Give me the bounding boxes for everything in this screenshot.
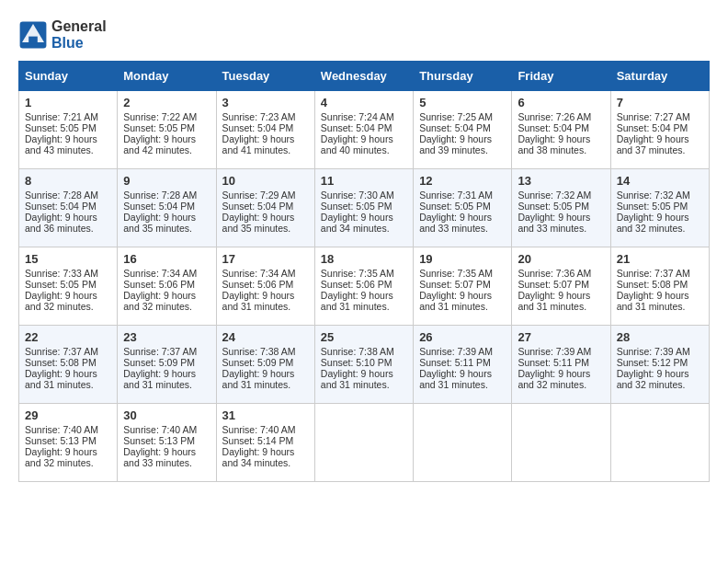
col-thursday: Thursday bbox=[414, 62, 512, 91]
sunrise-text: Sunrise: 7:26 AM bbox=[518, 111, 591, 122]
daylight-text: Daylight: 9 hours and 33 minutes. bbox=[518, 212, 590, 234]
daylight-text: Daylight: 9 hours and 37 minutes. bbox=[617, 133, 689, 155]
table-row: 30 Sunrise: 7:40 AM Sunset: 5:13 PM Dayl… bbox=[118, 404, 216, 482]
sunrise-text: Sunrise: 7:28 AM bbox=[25, 190, 98, 201]
table-row bbox=[414, 404, 512, 482]
calendar-row: 29 Sunrise: 7:40 AM Sunset: 5:13 PM Dayl… bbox=[19, 404, 710, 482]
sunset-text: Sunset: 5:04 PM bbox=[419, 122, 491, 133]
day-number: 9 bbox=[123, 174, 210, 188]
daylight-text: Daylight: 9 hours and 31 minutes. bbox=[419, 290, 492, 312]
sunset-text: Sunset: 5:11 PM bbox=[518, 357, 589, 368]
daylight-text: Daylight: 9 hours and 33 minutes. bbox=[123, 446, 196, 468]
table-row: 26 Sunrise: 7:39 AM Sunset: 5:11 PM Dayl… bbox=[414, 326, 512, 404]
day-number: 13 bbox=[518, 174, 604, 188]
table-row: 8 Sunrise: 7:28 AM Sunset: 5:04 PM Dayli… bbox=[19, 169, 118, 247]
sunset-text: Sunset: 5:05 PM bbox=[123, 122, 195, 133]
daylight-text: Daylight: 9 hours and 31 minutes. bbox=[222, 368, 295, 390]
day-number: 3 bbox=[222, 96, 309, 109]
sunset-text: Sunset: 5:10 PM bbox=[321, 357, 392, 368]
table-row: 31 Sunrise: 7:40 AM Sunset: 5:14 PM Dayl… bbox=[216, 404, 314, 482]
table-row: 12 Sunrise: 7:31 AM Sunset: 5:05 PM Dayl… bbox=[414, 169, 512, 247]
day-number: 8 bbox=[25, 174, 111, 188]
daylight-text: Daylight: 9 hours and 34 minutes. bbox=[321, 212, 393, 234]
daylight-text: Daylight: 9 hours and 35 minutes. bbox=[123, 212, 196, 234]
table-row bbox=[314, 404, 413, 482]
table-row: 4 Sunrise: 7:24 AM Sunset: 5:04 PM Dayli… bbox=[314, 91, 413, 169]
sunset-text: Sunset: 5:12 PM bbox=[617, 357, 688, 368]
sunrise-text: Sunrise: 7:24 AM bbox=[321, 111, 394, 122]
daylight-text: Daylight: 9 hours and 31 minutes. bbox=[321, 290, 393, 312]
day-number: 14 bbox=[617, 174, 703, 188]
table-row: 16 Sunrise: 7:34 AM Sunset: 5:06 PM Dayl… bbox=[118, 247, 216, 326]
day-number: 21 bbox=[617, 252, 703, 266]
calendar-row: 1 Sunrise: 7:21 AM Sunset: 5:05 PM Dayli… bbox=[19, 91, 710, 169]
sunset-text: Sunset: 5:06 PM bbox=[222, 279, 294, 290]
daylight-text: Daylight: 9 hours and 31 minutes. bbox=[321, 368, 393, 390]
day-number: 5 bbox=[419, 96, 506, 109]
day-number: 6 bbox=[518, 96, 604, 109]
svg-rect-2 bbox=[28, 37, 38, 44]
sunset-text: Sunset: 5:07 PM bbox=[518, 279, 589, 290]
table-row: 20 Sunrise: 7:36 AM Sunset: 5:07 PM Dayl… bbox=[512, 247, 610, 326]
table-row: 14 Sunrise: 7:32 AM Sunset: 5:05 PM Dayl… bbox=[610, 169, 709, 247]
table-row: 6 Sunrise: 7:26 AM Sunset: 5:04 PM Dayli… bbox=[512, 91, 610, 169]
table-row: 23 Sunrise: 7:37 AM Sunset: 5:09 PM Dayl… bbox=[118, 326, 216, 404]
day-number: 31 bbox=[222, 408, 309, 422]
sunrise-text: Sunrise: 7:37 AM bbox=[123, 346, 197, 357]
page-header: General Blue bbox=[18, 18, 710, 52]
day-number: 2 bbox=[123, 96, 210, 109]
sunset-text: Sunset: 5:04 PM bbox=[222, 201, 294, 212]
col-tuesday: Tuesday bbox=[216, 62, 314, 91]
daylight-text: Daylight: 9 hours and 35 minutes. bbox=[222, 212, 295, 234]
sunset-text: Sunset: 5:04 PM bbox=[321, 122, 392, 133]
sunrise-text: Sunrise: 7:36 AM bbox=[518, 268, 591, 279]
day-number: 26 bbox=[419, 330, 506, 344]
sunrise-text: Sunrise: 7:27 AM bbox=[617, 111, 690, 122]
calendar-row: 22 Sunrise: 7:37 AM Sunset: 5:08 PM Dayl… bbox=[19, 326, 710, 404]
table-row: 24 Sunrise: 7:38 AM Sunset: 5:09 PM Dayl… bbox=[216, 326, 314, 404]
sunset-text: Sunset: 5:14 PM bbox=[222, 435, 294, 446]
daylight-text: Daylight: 9 hours and 32 minutes. bbox=[518, 368, 590, 390]
table-row bbox=[610, 404, 709, 482]
daylight-text: Daylight: 9 hours and 39 minutes. bbox=[419, 133, 492, 155]
calendar-row: 15 Sunrise: 7:33 AM Sunset: 5:05 PM Dayl… bbox=[19, 247, 710, 326]
sunset-text: Sunset: 5:05 PM bbox=[419, 201, 491, 212]
sunrise-text: Sunrise: 7:35 AM bbox=[419, 268, 493, 279]
table-row: 21 Sunrise: 7:37 AM Sunset: 5:08 PM Dayl… bbox=[610, 247, 709, 326]
sunset-text: Sunset: 5:08 PM bbox=[617, 279, 688, 290]
sunset-text: Sunset: 5:05 PM bbox=[617, 201, 688, 212]
sunrise-text: Sunrise: 7:38 AM bbox=[321, 346, 394, 357]
sunrise-text: Sunrise: 7:39 AM bbox=[518, 346, 591, 357]
sunrise-text: Sunrise: 7:21 AM bbox=[25, 111, 98, 122]
logo-blue: Blue bbox=[51, 35, 84, 51]
daylight-text: Daylight: 9 hours and 31 minutes. bbox=[419, 368, 492, 390]
table-row: 7 Sunrise: 7:27 AM Sunset: 5:04 PM Dayli… bbox=[610, 91, 709, 169]
daylight-text: Daylight: 9 hours and 31 minutes. bbox=[25, 368, 97, 390]
sunrise-text: Sunrise: 7:37 AM bbox=[617, 268, 690, 279]
daylight-text: Daylight: 9 hours and 38 minutes. bbox=[518, 133, 590, 155]
col-friday: Friday bbox=[512, 62, 610, 91]
table-row: 10 Sunrise: 7:29 AM Sunset: 5:04 PM Dayl… bbox=[216, 169, 314, 247]
sunset-text: Sunset: 5:13 PM bbox=[25, 435, 97, 446]
day-number: 27 bbox=[518, 330, 604, 344]
daylight-text: Daylight: 9 hours and 31 minutes. bbox=[518, 290, 590, 312]
table-row bbox=[512, 404, 610, 482]
day-number: 4 bbox=[321, 96, 407, 109]
sunset-text: Sunset: 5:06 PM bbox=[321, 279, 392, 290]
table-row: 19 Sunrise: 7:35 AM Sunset: 5:07 PM Dayl… bbox=[414, 247, 512, 326]
sunset-text: Sunset: 5:04 PM bbox=[123, 201, 195, 212]
daylight-text: Daylight: 9 hours and 40 minutes. bbox=[321, 133, 393, 155]
sunset-text: Sunset: 5:04 PM bbox=[617, 122, 688, 133]
daylight-text: Daylight: 9 hours and 31 minutes. bbox=[123, 368, 196, 390]
daylight-text: Daylight: 9 hours and 31 minutes. bbox=[222, 290, 295, 312]
table-row: 11 Sunrise: 7:30 AM Sunset: 5:05 PM Dayl… bbox=[314, 169, 413, 247]
day-number: 24 bbox=[222, 330, 309, 344]
daylight-text: Daylight: 9 hours and 32 minutes. bbox=[25, 446, 97, 468]
sunset-text: Sunset: 5:04 PM bbox=[518, 122, 589, 133]
table-row: 15 Sunrise: 7:33 AM Sunset: 5:05 PM Dayl… bbox=[19, 247, 118, 326]
col-wednesday: Wednesday bbox=[314, 62, 413, 91]
table-row: 29 Sunrise: 7:40 AM Sunset: 5:13 PM Dayl… bbox=[19, 404, 118, 482]
daylight-text: Daylight: 9 hours and 32 minutes. bbox=[25, 290, 97, 312]
day-number: 18 bbox=[321, 252, 407, 266]
day-number: 12 bbox=[419, 174, 506, 188]
